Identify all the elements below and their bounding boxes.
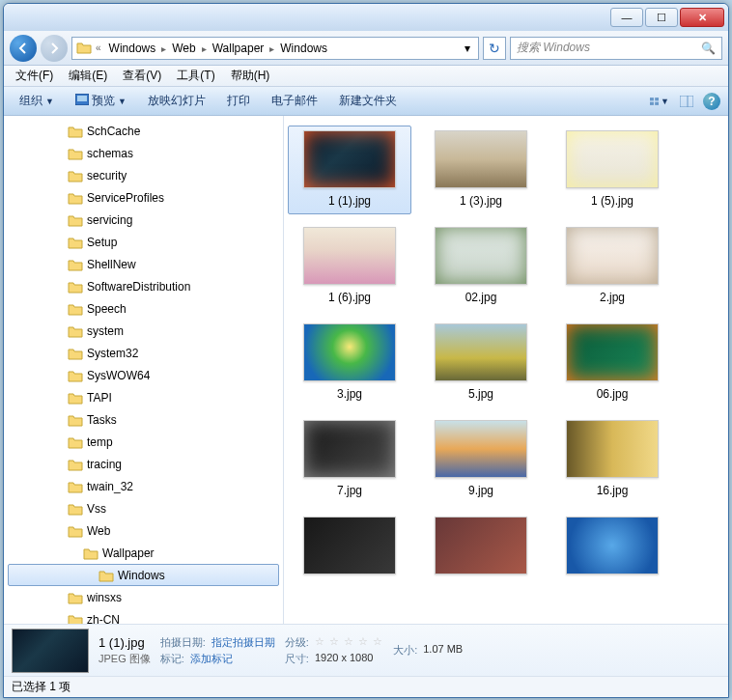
new-folder-button[interactable]: 新建文件夹 <box>331 90 405 112</box>
tree-item[interactable]: temp <box>4 431 283 453</box>
details-rating-label: 分级: <box>285 635 309 650</box>
tree-item-label: schemas <box>87 147 133 160</box>
file-item[interactable]: 2.jpg <box>550 222 674 311</box>
breadcrumb-separator: ▸ <box>267 43 276 54</box>
file-label <box>477 578 485 582</box>
tree-item[interactable]: tracing <box>4 453 283 475</box>
breadcrumb-segment[interactable]: Windows <box>276 42 331 55</box>
file-item[interactable]: 7.jpg <box>288 415 411 504</box>
menu-item[interactable]: 文件(F) <box>8 66 61 86</box>
file-item[interactable]: 3.jpg <box>288 319 411 407</box>
slideshow-button[interactable]: 放映幻灯片 <box>140 90 213 112</box>
breadcrumb-segment[interactable]: Web <box>168 42 199 55</box>
preview-pane-button[interactable] <box>676 92 697 111</box>
print-button[interactable]: 打印 <box>219 90 258 112</box>
tree-item[interactable]: servicing <box>4 209 283 231</box>
tree-item[interactable]: schemas <box>4 142 283 164</box>
folder-icon <box>68 302 83 316</box>
details-date-value[interactable]: 指定拍摄日期 <box>211 635 275 650</box>
file-item[interactable]: 1 (5).jpg <box>550 126 674 214</box>
details-dim-label: 尺寸: <box>285 652 309 666</box>
forward-button[interactable] <box>41 35 68 62</box>
search-input[interactable]: 搜索 Windows 🔍 <box>510 37 722 60</box>
back-button[interactable] <box>10 35 37 62</box>
file-item[interactable] <box>550 512 674 587</box>
thumbnail-image <box>435 323 527 381</box>
file-item[interactable] <box>288 512 411 587</box>
tree-item-label: Windows <box>118 569 165 582</box>
menu-item[interactable]: 编辑(E) <box>61 66 115 86</box>
email-button[interactable]: 电子邮件 <box>264 90 325 112</box>
tree-item[interactable]: Vss <box>4 497 283 519</box>
details-tag-value[interactable]: 添加标记 <box>190 652 233 666</box>
search-icon[interactable]: 🔍 <box>701 42 716 55</box>
file-item[interactable] <box>419 512 543 587</box>
file-item[interactable]: 02.jpg <box>419 222 543 311</box>
file-item[interactable]: 1 (6).jpg <box>288 222 411 311</box>
folder-icon <box>68 147 83 160</box>
tree-item[interactable]: winsxs <box>4 586 283 608</box>
thumbnail-image <box>303 420 396 478</box>
tree-item[interactable]: twain_32 <box>4 475 283 497</box>
file-label: 06.jpg <box>593 385 633 403</box>
preview-button[interactable]: 预览▼ <box>68 90 134 112</box>
tree-item[interactable]: Tasks <box>4 408 283 431</box>
thumbnail-image <box>566 420 659 478</box>
tree-item[interactable]: ServiceProfiles <box>4 186 283 209</box>
navigation-bar: « Windows▸Web▸Wallpaper▸Windows ▾ ↻ 搜索 W… <box>4 31 728 66</box>
titlebar[interactable]: — ☐ ✕ <box>4 4 728 31</box>
details-thumbnail <box>12 629 89 673</box>
svg-rect-2 <box>650 98 654 100</box>
tree-item-label: System32 <box>87 347 138 360</box>
details-size-label: 大小: <box>393 643 417 658</box>
maximize-button[interactable]: ☐ <box>645 8 678 27</box>
file-item[interactable]: 1 (1).jpg <box>288 126 411 214</box>
organize-button[interactable]: 组织▼ <box>12 90 62 112</box>
tree-item[interactable]: Speech <box>4 297 283 320</box>
tree-item-label: ShellNew <box>87 258 136 271</box>
tree-item[interactable]: system <box>4 320 283 342</box>
thumbnail-image <box>303 323 396 381</box>
menu-item[interactable]: 工具(T) <box>169 66 222 86</box>
file-item[interactable]: 06.jpg <box>550 319 674 407</box>
rating-stars[interactable]: ☆ ☆ ☆ ☆ ☆ <box>315 635 383 650</box>
tree-item[interactable]: security <box>4 164 283 186</box>
address-bar[interactable]: « Windows▸Web▸Wallpaper▸Windows ▾ <box>71 37 479 60</box>
file-item[interactable]: 16.jpg <box>550 415 674 504</box>
menu-item[interactable]: 帮助(H) <box>223 66 278 86</box>
tree-item[interactable]: System32 <box>4 342 283 364</box>
help-button[interactable]: ? <box>703 93 720 110</box>
view-mode-button[interactable]: ▼ <box>649 92 670 111</box>
tree-item[interactable]: Wallpaper <box>4 542 283 564</box>
folder-icon <box>76 41 92 56</box>
breadcrumb-prefix: « <box>94 42 103 53</box>
tree-item[interactable]: SoftwareDistribution <box>4 275 283 297</box>
tree-item-label: zh-CN <box>87 613 120 625</box>
tree-item[interactable]: SchCache <box>4 120 283 142</box>
breadcrumb-segment[interactable]: Wallpaper <box>209 42 268 55</box>
tree-item[interactable]: Windows <box>8 564 279 586</box>
address-dropdown-icon[interactable]: ▾ <box>461 42 474 55</box>
breadcrumb-segment[interactable]: Windows <box>105 42 160 55</box>
minimize-button[interactable]: — <box>610 8 643 27</box>
file-list[interactable]: 1 (1).jpg1 (3).jpg1 (5).jpg1 (6).jpg02.j… <box>284 116 728 624</box>
tree-item-label: temp <box>87 435 113 449</box>
refresh-button[interactable]: ↻ <box>483 37 506 60</box>
explorer-window: — ☐ ✕ « Windows▸Web▸Wallpaper▸Windows ▾ … <box>3 3 729 698</box>
tree-item[interactable]: ShellNew <box>4 253 283 275</box>
menu-item[interactable]: 查看(V) <box>115 66 169 86</box>
details-date-label: 拍摄日期: <box>160 635 206 650</box>
tree-item[interactable]: TAPI <box>4 386 283 408</box>
breadcrumb-separator: ▸ <box>200 43 209 54</box>
file-item[interactable]: 1 (3).jpg <box>419 126 543 214</box>
folder-icon <box>68 125 83 138</box>
tree-item[interactable]: Web <box>4 519 283 542</box>
close-button[interactable]: ✕ <box>680 8 724 27</box>
file-item[interactable]: 9.jpg <box>419 415 543 504</box>
folder-icon <box>68 502 83 516</box>
tree-item[interactable]: zh-CN <box>4 608 283 624</box>
tree-item[interactable]: Setup <box>4 231 283 253</box>
tree-item[interactable]: SysWOW64 <box>4 364 283 386</box>
folder-tree[interactable]: SchCacheschemassecurityServiceProfilesse… <box>4 116 284 624</box>
file-item[interactable]: 5.jpg <box>419 319 543 407</box>
